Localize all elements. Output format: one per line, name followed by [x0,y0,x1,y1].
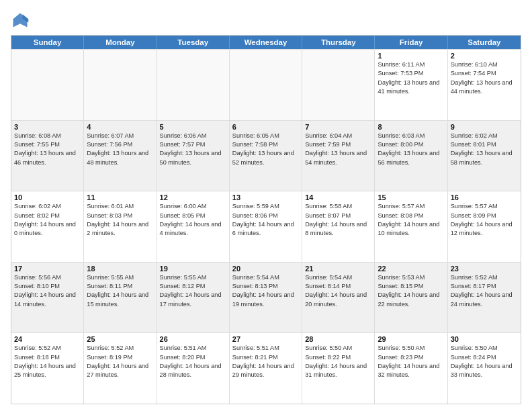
day-cell: 20Sunrise: 5:54 AMSunset: 8:13 PMDayligh… [230,263,302,333]
day-number: 13 [232,193,299,201]
day-number: 30 [451,335,518,343]
day-cell: 24Sunrise: 5:52 AMSunset: 8:18 PMDayligh… [11,333,84,404]
logo [11,8,32,30]
day-info: Sunrise: 5:56 AMSunset: 8:10 PMDaylight:… [14,273,81,309]
calendar-week: 17Sunrise: 5:56 AMSunset: 8:10 PMDayligh… [11,262,521,333]
day-info: Sunrise: 5:54 AMSunset: 8:13 PMDaylight:… [232,273,299,309]
day-info: Sunrise: 6:02 AMSunset: 8:01 PMDaylight:… [451,132,518,167]
day-cell: 4Sunrise: 6:07 AMSunset: 7:56 PMDaylight… [84,121,157,191]
day-info: Sunrise: 5:51 AMSunset: 8:20 PMDaylight:… [160,344,226,379]
day-cell: 25Sunrise: 5:52 AMSunset: 8:19 PMDayligh… [84,333,157,404]
page: SundayMondayTuesdayWednesdayThursdayFrid… [0,0,532,411]
day-number: 16 [451,193,518,201]
day-cell: 29Sunrise: 5:50 AMSunset: 8:23 PMDayligh… [375,333,447,404]
day-cell: 18Sunrise: 5:55 AMSunset: 8:11 PMDayligh… [84,263,157,333]
day-info: Sunrise: 5:51 AMSunset: 8:21 PMDaylight:… [232,344,299,379]
day-cell: 15Sunrise: 5:57 AMSunset: 8:08 PMDayligh… [375,191,447,262]
day-info: Sunrise: 6:02 AMSunset: 8:02 PMDaylight:… [14,202,81,238]
day-number: 5 [160,123,226,131]
day-cell: 26Sunrise: 5:51 AMSunset: 8:20 PMDayligh… [157,333,230,404]
calendar-header-row: SundayMondayTuesdayWednesdayThursdayFrid… [11,36,521,49]
day-info: Sunrise: 5:55 AMSunset: 8:11 PMDaylight:… [87,273,153,309]
day-info: Sunrise: 5:55 AMSunset: 8:12 PMDaylight:… [160,273,226,309]
day-number: 2 [451,52,518,60]
day-number: 14 [305,193,371,201]
calendar: SundayMondayTuesdayWednesdayThursdayFrid… [11,35,521,404]
day-number: 3 [14,123,81,131]
calendar-week: 1Sunrise: 6:11 AMSunset: 7:53 PMDaylight… [11,49,521,120]
day-cell: 21Sunrise: 5:54 AMSunset: 8:14 PMDayligh… [302,263,375,333]
day-number: 20 [232,265,299,273]
day-info: Sunrise: 5:58 AMSunset: 8:07 PMDaylight:… [305,202,371,238]
day-cell: 30Sunrise: 5:50 AMSunset: 8:24 PMDayligh… [448,333,521,404]
day-number: 1 [378,52,444,60]
day-cell: 22Sunrise: 5:53 AMSunset: 8:15 PMDayligh… [375,263,447,333]
day-number: 12 [160,193,226,201]
day-number: 21 [305,265,371,273]
day-number: 29 [378,335,444,343]
empty-cell [157,50,230,120]
day-cell: 7Sunrise: 6:04 AMSunset: 7:59 PMDaylight… [302,121,375,191]
day-cell: 27Sunrise: 5:51 AMSunset: 8:21 PMDayligh… [230,333,302,404]
day-info: Sunrise: 5:50 AMSunset: 8:22 PMDaylight:… [305,344,371,379]
day-cell: 2Sunrise: 6:10 AMSunset: 7:54 PMDaylight… [448,50,521,120]
day-info: Sunrise: 6:10 AMSunset: 7:54 PMDaylight:… [451,60,518,96]
weekday-header: Saturday [448,36,521,49]
day-cell: 19Sunrise: 5:55 AMSunset: 8:12 PMDayligh… [157,263,230,333]
day-number: 17 [14,265,81,273]
day-number: 26 [160,335,226,343]
day-info: Sunrise: 5:54 AMSunset: 8:14 PMDaylight:… [305,273,371,309]
day-info: Sunrise: 6:11 AMSunset: 7:53 PMDaylight:… [378,60,444,96]
day-cell: 10Sunrise: 6:02 AMSunset: 8:02 PMDayligh… [11,191,84,262]
day-cell: 1Sunrise: 6:11 AMSunset: 7:53 PMDaylight… [375,50,447,120]
day-number: 19 [160,265,226,273]
day-number: 25 [87,335,153,343]
day-number: 28 [305,335,371,343]
calendar-body: 1Sunrise: 6:11 AMSunset: 7:53 PMDaylight… [11,49,521,404]
empty-cell [11,50,84,120]
day-cell: 12Sunrise: 6:00 AMSunset: 8:05 PMDayligh… [157,191,230,262]
day-info: Sunrise: 5:52 AMSunset: 8:17 PMDaylight:… [451,273,518,309]
weekday-header: Tuesday [157,36,230,49]
day-info: Sunrise: 6:04 AMSunset: 7:59 PMDaylight:… [305,132,371,167]
day-cell: 3Sunrise: 6:08 AMSunset: 7:55 PMDaylight… [11,121,84,191]
header [11,8,521,30]
day-cell: 17Sunrise: 5:56 AMSunset: 8:10 PMDayligh… [11,263,84,333]
weekday-header: Wednesday [230,36,302,49]
empty-cell [302,50,375,120]
day-info: Sunrise: 5:57 AMSunset: 8:08 PMDaylight:… [378,202,444,238]
calendar-week: 3Sunrise: 6:08 AMSunset: 7:55 PMDaylight… [11,120,521,191]
day-cell: 23Sunrise: 5:52 AMSunset: 8:17 PMDayligh… [448,263,521,333]
empty-cell [84,50,157,120]
day-info: Sunrise: 6:00 AMSunset: 8:05 PMDaylight:… [160,202,226,238]
day-info: Sunrise: 6:08 AMSunset: 7:55 PMDaylight:… [14,132,81,167]
day-info: Sunrise: 5:53 AMSunset: 8:15 PMDaylight:… [378,273,444,309]
day-info: Sunrise: 5:52 AMSunset: 8:18 PMDaylight:… [14,344,81,379]
empty-cell [230,50,302,120]
day-number: 8 [378,123,444,131]
day-info: Sunrise: 6:03 AMSunset: 8:00 PMDaylight:… [378,132,444,167]
day-number: 6 [232,123,299,131]
day-cell: 11Sunrise: 6:01 AMSunset: 8:03 PMDayligh… [84,191,157,262]
weekday-header: Thursday [302,36,375,49]
day-number: 18 [87,265,153,273]
day-info: Sunrise: 5:59 AMSunset: 8:06 PMDaylight:… [232,202,299,238]
weekday-header: Sunday [11,36,84,49]
weekday-header: Friday [375,36,447,49]
day-cell: 13Sunrise: 5:59 AMSunset: 8:06 PMDayligh… [230,191,302,262]
day-info: Sunrise: 6:05 AMSunset: 7:58 PMDaylight:… [232,132,299,167]
day-number: 15 [378,193,444,201]
day-cell: 8Sunrise: 6:03 AMSunset: 8:00 PMDaylight… [375,121,447,191]
day-info: Sunrise: 5:52 AMSunset: 8:19 PMDaylight:… [87,344,153,379]
day-number: 23 [451,265,518,273]
day-number: 22 [378,265,444,273]
day-cell: 5Sunrise: 6:06 AMSunset: 7:57 PMDaylight… [157,121,230,191]
day-number: 4 [87,123,153,131]
day-number: 7 [305,123,371,131]
day-cell: 16Sunrise: 5:57 AMSunset: 8:09 PMDayligh… [448,191,521,262]
day-info: Sunrise: 5:50 AMSunset: 8:24 PMDaylight:… [451,344,518,379]
day-cell: 28Sunrise: 5:50 AMSunset: 8:22 PMDayligh… [302,333,375,404]
day-number: 10 [14,193,81,201]
day-number: 24 [14,335,81,343]
day-info: Sunrise: 6:01 AMSunset: 8:03 PMDaylight:… [87,202,153,238]
